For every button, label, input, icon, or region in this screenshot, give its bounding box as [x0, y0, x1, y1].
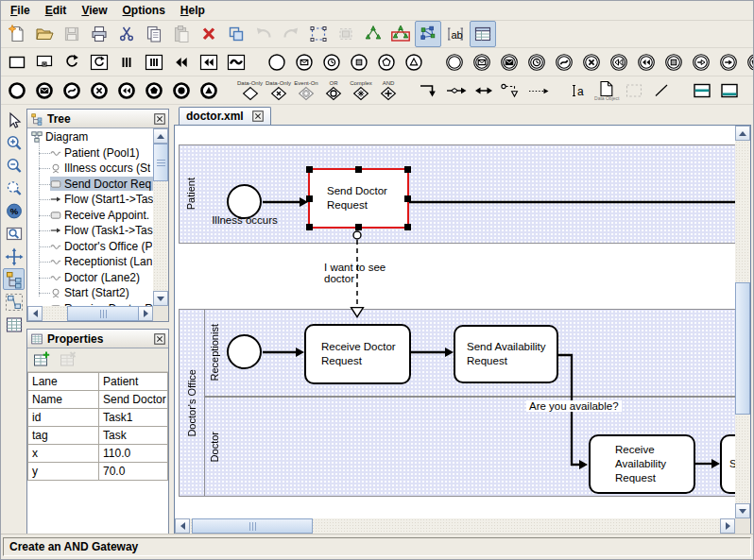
intermediate-link-catch-tool[interactable]: [688, 49, 714, 76]
cut-button[interactable]: [113, 21, 140, 47]
tree-layout-button[interactable]: [360, 21, 386, 47]
canvas-vertical-scrollbar[interactable]: [735, 126, 750, 518]
compensation-tool[interactable]: [168, 49, 195, 76]
tree-scroll-up-button[interactable]: [153, 128, 168, 144]
print-button[interactable]: [86, 21, 112, 47]
xor-gateway-tool[interactable]: Data-Only: [236, 77, 264, 104]
menu-help[interactable]: Help: [173, 3, 213, 18]
task-tool[interactable]: [4, 49, 30, 76]
task-receive-availability-request[interactable]: Receive Availability Request: [589, 434, 695, 494]
canvas-scroll-down-button[interactable]: [735, 503, 750, 518]
start-timer-event-tool[interactable]: [318, 49, 345, 76]
line-tool[interactable]: [648, 77, 675, 104]
multi-instance-tool[interactable]: [113, 49, 140, 76]
start-event-tool[interactable]: [264, 49, 290, 76]
property-value[interactable]: 110.0: [99, 445, 168, 463]
intermediate-cancel-event-tool[interactable]: [578, 49, 605, 76]
properties-panel-close-button[interactable]: [154, 333, 165, 345]
tree-vscroll-track[interactable]: [153, 144, 168, 291]
menu-file[interactable]: File: [3, 3, 38, 18]
data-object-tool[interactable]: Data Object: [593, 77, 620, 104]
loop-tool[interactable]: [59, 49, 85, 76]
or-gateway-tool[interactable]: OR: [320, 77, 347, 104]
end-event-tool[interactable]: [4, 77, 30, 104]
add-property-button[interactable]: [30, 348, 53, 371]
canvas-scroll-right-button[interactable]: [720, 518, 735, 534]
start-multiple-event-tool[interactable]: [373, 49, 400, 76]
intermediate-link-throw-tool[interactable]: [715, 49, 742, 76]
sequence-flow-tool[interactable]: [416, 77, 442, 104]
conditional-flow-tool[interactable]: [443, 77, 470, 104]
intermediate-timer-event-tool[interactable]: [523, 49, 550, 76]
tree-panel-close-button[interactable]: [154, 113, 165, 125]
menu-view[interactable]: View: [74, 3, 114, 18]
canvas-horizontal-scrollbar[interactable]: [175, 518, 735, 534]
select-region-button[interactable]: [305, 21, 332, 47]
and-gateway-tool[interactable]: AND: [375, 77, 402, 104]
canvas-hscroll-thumb[interactable]: [192, 518, 313, 534]
intermediate-compensation-throw-tool[interactable]: [633, 49, 660, 76]
tree-scroll-down-button[interactable]: [153, 291, 168, 306]
intermediate-message-catch-tool[interactable]: [469, 49, 495, 76]
select-tool[interactable]: [3, 110, 25, 131]
property-value[interactable]: Send Doctor: [99, 391, 168, 409]
tree-item-9[interactable]: Doctor (Lane2): [27, 270, 153, 286]
tree-item-3[interactable]: Send Doctor Req: [27, 177, 153, 193]
tree-item-4[interactable]: Flow (Start1->Tas: [27, 192, 153, 208]
end-error-event-tool[interactable]: [59, 77, 85, 104]
tree-hscroll-track[interactable]: [43, 306, 138, 321]
selection-handle[interactable]: [355, 224, 362, 230]
end-compensation-event-tool[interactable]: [113, 77, 140, 104]
event-gateway-tool[interactable]: Event-On: [293, 77, 319, 104]
delete-button[interactable]: [196, 21, 222, 47]
compensation-task-tool[interactable]: [196, 49, 222, 76]
table-view-toggle[interactable]: [3, 314, 25, 335]
copy-button[interactable]: [141, 21, 167, 47]
end-cancel-event-tool[interactable]: [86, 77, 112, 104]
zoom-in-tool[interactable]: [3, 132, 25, 154]
open-button[interactable]: [31, 21, 58, 47]
end-terminate-event-tool[interactable]: [168, 77, 195, 104]
property-value[interactable]: Task1: [99, 409, 168, 427]
canvas-vscroll-thumb[interactable]: [735, 282, 750, 415]
dotted-flow-tool[interactable]: [525, 77, 552, 104]
text-annotation-tool[interactable]: a: [566, 77, 592, 104]
canvas-scroll-up-button[interactable]: [735, 126, 750, 141]
intermediate-multiple-catch-tool[interactable]: [743, 49, 754, 76]
overview-tool[interactable]: [3, 223, 25, 245]
diagram-canvas[interactable]: Patient Doctor's Office Receptionist: [175, 126, 735, 518]
property-value[interactable]: Task: [99, 427, 168, 445]
selection-handle[interactable]: [306, 166, 313, 173]
multi-instance-task-tool[interactable]: [141, 49, 167, 76]
tree-root-diagram[interactable]: Diagram: [27, 129, 153, 145]
tree-scroll-right-button[interactable]: [138, 306, 153, 321]
selection-handle[interactable]: [404, 224, 411, 230]
end-multiple-event-tool[interactable]: [141, 77, 167, 104]
start-event-start2[interactable]: [227, 334, 262, 369]
start-message-event-tool[interactable]: [291, 49, 317, 76]
menu-edit[interactable]: Edit: [38, 3, 75, 18]
property-value[interactable]: Patient: [99, 373, 168, 391]
task-partial-right[interactable]: S: [720, 434, 735, 494]
property-value[interactable]: 70.0: [99, 463, 168, 481]
zoom-out-tool[interactable]: [3, 155, 25, 177]
tab-close-button[interactable]: [252, 110, 264, 122]
start-signal-event-tool[interactable]: [401, 49, 427, 76]
table-view-button[interactable]: [470, 21, 496, 47]
zoom-region-tool[interactable]: [3, 178, 25, 199]
selection-handle[interactable]: [404, 195, 411, 202]
tree-horizontal-scrollbar[interactable]: [27, 306, 153, 321]
loop-task-tool[interactable]: [86, 49, 112, 76]
task-send-availability-request[interactable]: Send Availability Request: [454, 325, 558, 383]
selection-handle[interactable]: [306, 195, 313, 202]
tree-hscroll-thumb[interactable]: [67, 306, 139, 321]
end-message-event-tool[interactable]: [31, 77, 58, 104]
intermediate-event-tool[interactable]: [441, 49, 468, 76]
intermediate-message-throw-tool[interactable]: [496, 49, 523, 76]
tree-view-toggle[interactable]: [3, 268, 25, 290]
pool-lane-bottom-tool[interactable]: [716, 77, 743, 104]
tree-scroll-left-button[interactable]: [27, 306, 43, 321]
tree-item-8[interactable]: Receptionist (Lan: [27, 254, 153, 270]
complex-gateway-tool[interactable]: Complex: [348, 77, 374, 104]
tab-doctor-xml[interactable]: doctor.xml: [179, 107, 271, 125]
